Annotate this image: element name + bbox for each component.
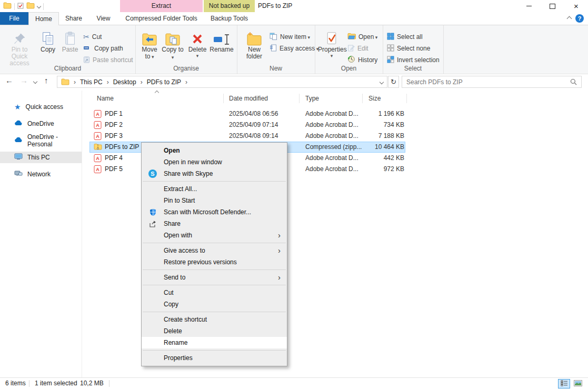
menu-item-delete[interactable]: Delete: [142, 325, 287, 337]
tab-view[interactable]: View: [88, 12, 118, 25]
paste-button[interactable]: Paste: [59, 27, 81, 53]
pdf-icon: A: [94, 121, 102, 129]
select-none-button[interactable]: Select none: [387, 43, 430, 54]
menu-item-give-access-to[interactable]: Give access to ›: [142, 245, 287, 256]
qat-customize-chevron-icon[interactable]: [37, 4, 41, 8]
menu-item-scan-with-defender[interactable]: Scan with Microsoft Defender...: [142, 206, 287, 218]
paste-shortcut-button[interactable]: Paste shortcut: [83, 55, 133, 65]
svg-text:A: A: [96, 167, 99, 172]
copy-path-button[interactable]: Copy path: [83, 43, 123, 54]
open-button[interactable]: Open: [347, 32, 377, 42]
history-button[interactable]: History: [347, 55, 377, 65]
copy-path-icon: [83, 44, 92, 53]
ribbon-group-organise: Move to Copy to Delete Rename Organise: [135, 25, 237, 74]
folder-icon[interactable]: [26, 2, 35, 11]
column-divider[interactable]: [223, 94, 224, 103]
breadcrumb-desktop[interactable]: Desktop: [112, 78, 137, 86]
breadcrumb-pdfs-to-zip[interactable]: PDFs to ZIP: [146, 78, 182, 86]
easy-access-button[interactable]: Easy access: [270, 43, 318, 54]
pdf-icon: A: [94, 110, 102, 118]
menu-divider: [143, 285, 286, 285]
invert-selection-button[interactable]: Invert selection: [387, 55, 440, 65]
menu-item-cut[interactable]: Cut: [142, 287, 287, 298]
maximize-button[interactable]: [541, 0, 564, 12]
sidebar-item-onedrive[interactable]: OneDrive: [0, 118, 82, 129]
tab-home[interactable]: Home: [28, 12, 59, 25]
ribbon-group-select: Select all Select none Invert selection …: [383, 25, 444, 74]
breadcrumb-this-pc[interactable]: This PC: [79, 78, 104, 86]
address-bar-row: ← → ↑ › This PC › Desktop › PDFs to ZIP …: [0, 74, 588, 91]
column-header-date-modified[interactable]: Date modified: [229, 95, 268, 102]
tab-share[interactable]: Share: [59, 12, 88, 25]
column-divider[interactable]: [299, 94, 300, 103]
menu-item-open-in-new-window[interactable]: Open in new window: [142, 156, 287, 168]
menu-item-restore-previous-versions[interactable]: Restore previous versions: [142, 256, 287, 268]
up-button[interactable]: ↑: [44, 76, 48, 85]
edit-button[interactable]: Edit: [347, 43, 368, 54]
file-row-pdf-1[interactable]: A PDF 1 2025/04/08 06:56 Adobe Acrobat D…: [82, 108, 408, 119]
minimize-ribbon-chevron-icon[interactable]: [567, 16, 572, 22]
column-divider[interactable]: [406, 94, 407, 103]
menu-item-copy[interactable]: Copy: [142, 298, 287, 310]
new-item-button[interactable]: New item: [270, 32, 310, 42]
file-row-pdf-2[interactable]: A PDF 2 2025/04/09 07:14 Adobe Acrobat D…: [82, 119, 408, 131]
ribbon-group-new: New folder New item Easy access New: [237, 25, 315, 74]
invert-selection-icon: [387, 56, 394, 65]
menu-item-send-to[interactable]: Send to ›: [142, 272, 287, 283]
recent-locations-chevron-icon[interactable]: [33, 79, 37, 84]
tab-backup-tools[interactable]: Backup Tools: [204, 12, 255, 25]
move-to-button[interactable]: Move to: [138, 27, 161, 61]
menu-item-open[interactable]: Open: [142, 145, 287, 156]
sidebar-item-quick-access[interactable]: ★ Quick access: [0, 101, 82, 113]
address-bar[interactable]: › This PC › Desktop › PDFs to ZIP ›: [57, 76, 387, 88]
column-header-type[interactable]: Type: [305, 95, 319, 102]
sort-ascending-chevron-icon[interactable]: [155, 91, 159, 95]
contextual-tab-header-backup: Not backed up: [204, 0, 255, 12]
sidebar-item-onedrive-personal[interactable]: OneDrive - Personal: [0, 135, 82, 146]
menu-item-create-shortcut[interactable]: Create shortcut: [142, 314, 287, 325]
rename-button[interactable]: Rename: [209, 27, 234, 53]
menu-item-extract-all[interactable]: Extract All...: [142, 183, 287, 195]
column-divider[interactable]: [362, 94, 363, 103]
menu-item-pin-to-start[interactable]: Pin to Start: [142, 195, 287, 206]
sidebar-item-network[interactable]: Network: [0, 168, 82, 180]
tab-file[interactable]: File: [0, 12, 28, 25]
cut-button[interactable]: ✂ Cut: [83, 32, 102, 42]
selection-size: 10,2 MB: [80, 378, 104, 389]
select-all-button[interactable]: Select all: [387, 32, 423, 42]
properties-button[interactable]: Properties: [318, 27, 345, 58]
pdf-icon: A: [94, 165, 102, 173]
tab-compressed-folder-tools[interactable]: Compressed Folder Tools: [120, 12, 203, 25]
details-view-button[interactable]: [558, 379, 570, 388]
menu-item-share[interactable]: Share: [142, 218, 287, 230]
address-dropdown-chevron-icon[interactable]: [380, 80, 384, 84]
cloud-icon: [14, 137, 23, 144]
menu-item-properties[interactable]: Properties: [142, 352, 287, 364]
thumbnail-view-icon: [574, 380, 582, 388]
close-button[interactable]: ×: [564, 0, 588, 12]
search-icon[interactable]: [570, 78, 577, 85]
folder-icon[interactable]: [3, 2, 12, 11]
minimize-button[interactable]: [517, 0, 541, 12]
menu-item-open-with[interactable]: Open with ›: [142, 230, 287, 241]
delete-button[interactable]: Delete: [186, 27, 209, 58]
help-icon[interactable]: ?: [575, 14, 584, 23]
column-header-name[interactable]: Name: [97, 95, 114, 102]
new-folder-button[interactable]: New folder: [242, 27, 266, 60]
copy-to-button[interactable]: Copy to: [162, 27, 184, 61]
back-button[interactable]: ←: [5, 76, 13, 85]
properties-check-icon[interactable]: [17, 3, 24, 11]
menu-item-share-with-skype[interactable]: Share with Skype: [142, 168, 287, 179]
thumbnail-view-button[interactable]: [572, 379, 584, 388]
column-header-size[interactable]: Size: [368, 95, 381, 102]
select-all-icon: [387, 33, 394, 42]
refresh-button[interactable]: ↻: [388, 76, 399, 88]
sidebar-item-this-pc[interactable]: This PC: [0, 152, 82, 163]
copy-button[interactable]: Copy: [38, 27, 58, 53]
pin-to-quick-access-button[interactable]: Pin to Quick access: [3, 27, 36, 67]
file-row-pdf-3[interactable]: A PDF 3 2025/04/08 09:14 Adobe Acrobat D…: [82, 131, 408, 142]
menu-item-rename[interactable]: Rename: [142, 337, 287, 348]
forward-button[interactable]: →: [20, 76, 28, 85]
share-icon: [148, 220, 157, 228]
search-input[interactable]: [402, 78, 570, 86]
